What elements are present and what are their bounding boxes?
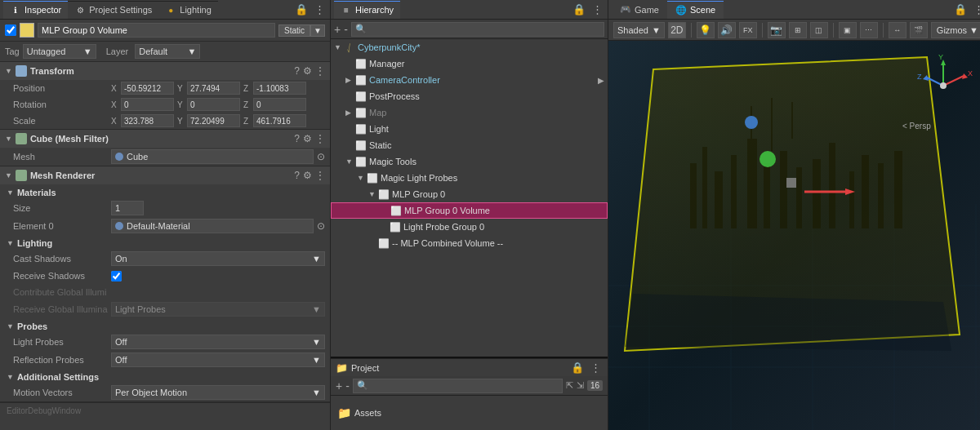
hierarchy-item-cyberpunkcity[interactable]: ▼ ⎷ CyberpunkCity*: [331, 39, 608, 55]
mesh-renderer-header[interactable]: ▼ Mesh Renderer ? ⚙ ⋮: [0, 166, 330, 184]
mesh-select-icon[interactable]: ⊙: [317, 151, 325, 162]
mesh-renderer-settings-icon[interactable]: ⚙: [303, 170, 312, 181]
rotation-x-coord: X: [111, 98, 174, 111]
audio-toggle-btn[interactable]: 🔊: [718, 22, 736, 38]
reflection-probes-dropdown[interactable]: Off ▼: [111, 352, 325, 367]
hierarchy-item-mlp-group-0-volume[interactable]: ⬜ MLP Group 0 Volume: [331, 202, 608, 219]
hierarchy-item-magic-light-probes[interactable]: ▼ ⬜ Magic Light Probes: [331, 170, 608, 186]
transform-menu-icon[interactable]: ⋮: [315, 65, 325, 77]
scene-extra-btn4[interactable]: 🎬: [910, 22, 928, 38]
position-z-input[interactable]: [253, 82, 306, 95]
hierarchy-item-map[interactable]: ▶ ⬜ Map: [331, 104, 608, 121]
transform-help-icon[interactable]: ?: [294, 65, 300, 77]
project-search-bar[interactable]: 🔍: [353, 379, 563, 393]
grid-btn[interactable]: ⊞: [789, 22, 807, 38]
mesh-dropdown[interactable]: Cube: [111, 149, 314, 164]
assets-folder-icon: 📁: [337, 406, 351, 419]
camera-btn[interactable]: 📷: [768, 22, 786, 38]
project-lock-icon[interactable]: 🔒: [569, 361, 586, 374]
gizmos-button[interactable]: Gizmos ▼: [931, 22, 980, 38]
svg-rect-17: [796, 167, 802, 228]
hierarchy-lock-icon[interactable]: 🔒: [571, 3, 587, 16]
mesh-filter-settings-icon[interactable]: ⚙: [303, 133, 312, 144]
tab-game[interactable]: 🎮 Game: [612, 1, 667, 19]
rotation-y-input[interactable]: [187, 98, 240, 111]
project-count-badge: 16: [587, 380, 603, 391]
svg-rect-10: [690, 163, 697, 228]
tab-lighting[interactable]: ● Lighting: [158, 1, 218, 19]
cyberpunkcity-scene-icon: ⎷: [344, 42, 355, 53]
scene-lock-icon[interactable]: 🔒: [952, 3, 969, 16]
transform-header[interactable]: ▼ Transform ? ⚙ ⋮: [0, 62, 330, 80]
hierarchy-item-postprocess[interactable]: ⬜ PostProcess: [331, 88, 608, 104]
menu-icon[interactable]: ⋮: [313, 3, 327, 16]
scene-extra-btn3[interactable]: ↔: [889, 22, 906, 38]
project-filter-icon[interactable]: ⇱: [566, 380, 573, 391]
tab-project-settings[interactable]: ⚙ Project Settings: [68, 1, 158, 19]
element0-dropdown[interactable]: Default-Material: [111, 219, 314, 233]
receive-gi-dropdown[interactable]: Light Probes ▼: [111, 302, 325, 317]
hierarchy-search-input[interactable]: [369, 24, 600, 34]
project-add-icon[interactable]: +: [336, 379, 342, 392]
mesh-filter-menu-icon[interactable]: ⋮: [315, 133, 325, 144]
2d-mode-button[interactable]: 2D: [668, 22, 686, 38]
hierarchy-item-light-probe-group[interactable]: ⬜ Light Probe Group 0: [331, 219, 608, 235]
hierarchy-item-cameracontroller[interactable]: ▶ ⬜ CameraController ▶: [331, 72, 608, 88]
element0-select-icon[interactable]: ⊙: [317, 220, 325, 232]
mesh-filter-header[interactable]: ▼ Cube (Mesh Filter) ? ⚙ ⋮: [0, 130, 330, 148]
hierarchy-item-mlp-combined[interactable]: ⬜ -- MLP Combined Volume --: [331, 235, 608, 251]
object-enabled-checkbox[interactable]: [5, 24, 16, 36]
magic-light-probes-expand-icon: ▼: [357, 174, 367, 182]
position-x-input[interactable]: [121, 82, 174, 95]
hierarchy-menu-icon[interactable]: ⋮: [590, 3, 604, 16]
scene-extra-btn1[interactable]: ▣: [839, 22, 857, 38]
hierarchy-item-light[interactable]: ⬜ Light: [331, 121, 608, 137]
light-probes-dropdown[interactable]: Off ▼: [111, 335, 325, 349]
scene-viewport[interactable]: X Y Z < Persp: [608, 41, 980, 430]
scale-z-input[interactable]: [253, 114, 306, 127]
tab-scene[interactable]: 🌐 Scene: [667, 1, 724, 19]
hierarchy-minus-icon[interactable]: -: [344, 23, 348, 36]
position-z-label: Z: [243, 84, 252, 93]
static-dropdown-button[interactable]: ▼: [310, 24, 325, 37]
mesh-renderer-menu-icon[interactable]: ⋮: [315, 170, 325, 181]
rotation-z-input[interactable]: [253, 98, 306, 111]
tab-inspector[interactable]: ℹ Inspector: [3, 1, 68, 19]
receive-shadows-checkbox[interactable]: [111, 271, 122, 281]
hierarchy-item-static[interactable]: ⬜ Static: [331, 137, 608, 153]
light-toggle-btn[interactable]: 💡: [697, 22, 715, 38]
hierarchy-item-manager[interactable]: ⬜ Manager: [331, 55, 608, 72]
hierarchy-item-mlp-group-0[interactable]: ▼ ⬜ MLP Group 0: [331, 186, 608, 202]
position-y-input[interactable]: [187, 82, 240, 95]
scale-x-input[interactable]: [121, 114, 174, 127]
tag-dropdown[interactable]: Untagged ▼: [23, 44, 96, 59]
static-button[interactable]: Static: [278, 24, 310, 37]
motion-vectors-dropdown[interactable]: Per Object Motion ▼: [111, 385, 325, 400]
project-sort-icon[interactable]: ⇲: [577, 380, 584, 391]
lock-icon[interactable]: 🔒: [293, 3, 310, 16]
tab-hierarchy[interactable]: ≡ Hierarchy: [334, 1, 400, 19]
rotation-x-input[interactable]: [121, 98, 174, 111]
hierarchy-item-magic-tools[interactable]: ▼ ⬜ Magic Tools: [331, 153, 608, 170]
overlay-btn[interactable]: ◫: [810, 22, 828, 38]
shading-dropdown[interactable]: Shaded ▼: [613, 22, 665, 38]
object-name-input[interactable]: [38, 23, 275, 38]
hierarchy-add-icon[interactable]: +: [334, 23, 341, 36]
transform-settings-icon[interactable]: ⚙: [303, 65, 312, 77]
fx-toggle-btn[interactable]: FX: [739, 22, 757, 38]
scene-extra-btn2[interactable]: ⋯: [860, 22, 878, 38]
hierarchy-search-bar[interactable]: 🔍: [351, 22, 604, 37]
mesh-renderer-help-icon[interactable]: ?: [294, 170, 300, 181]
probes-title-row: ▼ Probes: [0, 318, 330, 333]
scale-y-input[interactable]: [187, 114, 240, 127]
size-input[interactable]: [111, 201, 144, 215]
scene-menu-icon[interactable]: ⋮: [972, 3, 980, 16]
project-minus-icon[interactable]: -: [345, 379, 350, 392]
mesh-renderer-title: Mesh Renderer: [30, 171, 294, 180]
cast-shadows-dropdown[interactable]: On ▼: [111, 251, 325, 266]
mesh-filter-help-icon[interactable]: ?: [294, 133, 300, 144]
rotation-inputs: X Y Z: [111, 98, 325, 111]
project-menu-icon[interactable]: ⋮: [589, 361, 603, 374]
reflection-probes-value: Off: [115, 355, 127, 365]
layer-dropdown[interactable]: Default ▼: [135, 44, 200, 59]
